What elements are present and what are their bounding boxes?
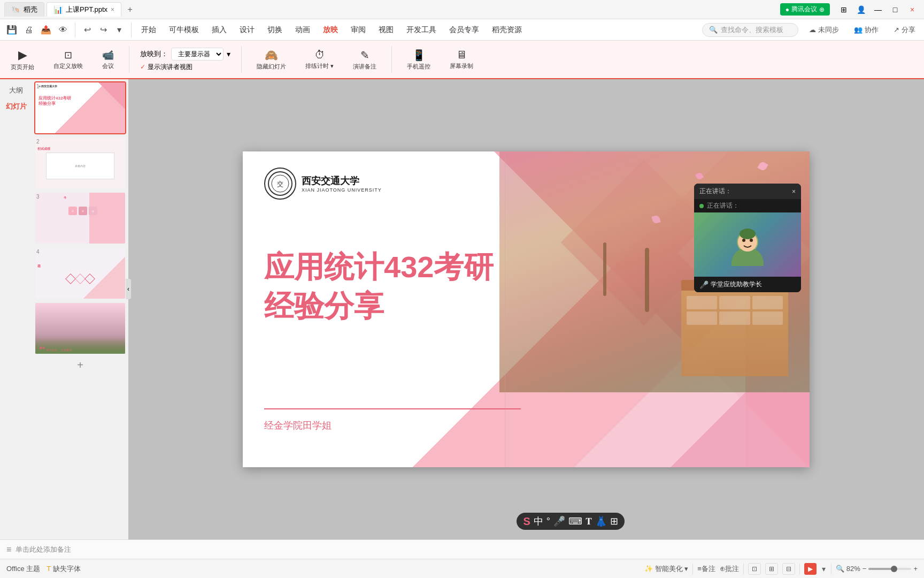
slide-thumb-1[interactable]: 1 ⊙ 西安交通大学 应用统计432考研经验分享 — [34, 81, 126, 134]
ime-dot[interactable]: ° — [546, 516, 550, 527]
daoke-icon: 🐚 — [11, 5, 20, 14]
slide-canvas: 交 西安交通大学 XIAN JIAOTONG UNIVERSITY 应用统计43… — [243, 151, 810, 467]
ribbon-sep-1 — [129, 46, 129, 73]
menu-insert[interactable]: 插入 — [206, 23, 232, 37]
slide-main: 交 西安交通大学 XIAN JIAOTONG UNIVERSITY 应用统计43… — [128, 79, 924, 539]
ime-skin[interactable]: 👗 — [595, 515, 607, 527]
ribbon-hide-slide[interactable]: 🙈 隐藏幻灯片 — [252, 47, 290, 73]
notes-button[interactable]: ≡备注 — [697, 564, 715, 574]
tab-daoke[interactable]: 🐚 稻壳 — [4, 2, 44, 17]
comments-button[interactable]: ⊕批注 — [720, 564, 739, 574]
panel-collapse-button[interactable]: ‹ — [126, 279, 128, 299]
menu-template[interactable]: 可牛模板 — [164, 23, 204, 37]
slide-thumb-5[interactable]: 教材 学习方法 注意事项 — [34, 302, 126, 355]
search-box[interactable]: 🔍 查找命令、搜索模板 — [702, 23, 798, 37]
svg-point-7 — [750, 239, 753, 242]
ai-beautify-button[interactable]: ✨ 智能美化 ▾ — [644, 564, 689, 574]
font-warning: T 缺失字体 — [47, 564, 81, 574]
play-button[interactable]: ▶ — [804, 563, 817, 575]
meeting-header: 正在讲话： × — [694, 184, 801, 199]
redo-button[interactable]: ↪ — [96, 22, 111, 37]
ribbon-sep-3 — [391, 46, 392, 73]
tencent-meeting-badge[interactable]: ● 腾讯会议 ⊕ — [780, 3, 830, 16]
ime-chinese[interactable]: 中 — [534, 515, 543, 528]
menu-resource[interactable]: 稻壳资源 — [487, 23, 527, 37]
share-button[interactable]: ↗ 分享 — [889, 23, 920, 37]
preview-button[interactable]: 👁 — [56, 22, 71, 37]
menu-bar: 💾 🖨 📤 👁 ↩ ↪ ▾ 开始 可牛模板 插入 设计 切换 动画 放映 审阅 … — [0, 19, 924, 41]
ribbon-sep-2 — [241, 46, 242, 73]
slide-thumb-4[interactable]: 4 题 — [34, 247, 126, 300]
university-logo: 交 西安交通大学 XIAN JIAOTONG UNIVERSITY — [264, 168, 382, 200]
title-bar-right: ● 腾讯会议 ⊕ ⊞ 👤 — □ × — [780, 3, 920, 16]
svg-point-6 — [742, 239, 745, 242]
ribbon-notes[interactable]: ✎ 演讲备注 — [349, 47, 381, 73]
tab-ppt-label: 上课PPT.pptx — [66, 5, 107, 14]
ime-mic[interactable]: 🎤 — [553, 515, 565, 527]
menu-vip[interactable]: 会员专享 — [444, 23, 484, 37]
ribbon-custom-show[interactable]: ⊡ 自定义放映 — [49, 47, 87, 72]
close-tab-button[interactable]: × — [111, 6, 114, 13]
comment-bar[interactable]: ≡ 单击此处添加备注 — [0, 539, 924, 559]
slide-panel[interactable]: 1 ⊙ 西安交通大学 应用统计432考研经验分享 2 初试成绩 表格内容 3 考 — [32, 79, 128, 539]
sidebar-tab-outline[interactable]: 大纲 — [5, 83, 27, 97]
menu-animation[interactable]: 动画 — [290, 23, 315, 37]
export-button[interactable]: 📤 — [38, 22, 53, 37]
meeting-overlay: 正在讲话： × 正在讲话： — [694, 184, 801, 292]
print-button[interactable]: 🖨 — [21, 22, 36, 37]
menu-view[interactable]: 视图 — [373, 23, 399, 37]
comment-icon: ≡ — [6, 545, 11, 554]
minimize-button[interactable]: — — [871, 4, 886, 15]
ime-sogou-s[interactable]: S — [523, 515, 530, 528]
status-sep-4 — [831, 564, 831, 574]
slide-divider-line — [264, 408, 521, 409]
collab-button[interactable]: 👥 协作 — [850, 23, 883, 37]
ime-keyboard[interactable]: ⌨ — [568, 515, 582, 527]
svg-point-8 — [740, 229, 756, 239]
layout-button[interactable]: ⊞ — [836, 4, 851, 15]
ribbon-start-show[interactable]: ▶ 页页开始 — [6, 46, 38, 73]
zoom-slider[interactable] — [868, 568, 911, 570]
play-dropdown[interactable]: ▾ — [821, 564, 827, 574]
save-button[interactable]: 💾 — [4, 22, 19, 37]
menu-slideshow[interactable]: 放映 — [318, 23, 343, 37]
tab-daoke-label: 稻壳 — [24, 5, 37, 14]
ribbon-meeting[interactable]: 📹 会议 — [98, 47, 118, 72]
menu-dev[interactable]: 开发工具 — [401, 23, 442, 37]
slide-thumb-2[interactable]: 2 初试成绩 表格内容 — [34, 136, 126, 189]
menu-transition[interactable]: 切换 — [262, 23, 288, 37]
logo-text: 西安交通大学 XIAN JIAOTONG UNIVERSITY — [302, 174, 382, 193]
ime-grid[interactable]: ⊞ — [610, 515, 618, 527]
avatar-button[interactable]: 👤 — [853, 4, 868, 15]
ribbon-screen-record[interactable]: 🖥 屏幕录制 — [445, 47, 478, 72]
sync-button[interactable]: ☁ 未同步 — [805, 23, 843, 37]
undo-button[interactable]: ↩ — [80, 22, 95, 37]
presenter-view-checkbox[interactable]: ✓ 显示演讲者视图 — [140, 63, 230, 72]
meeting-avatar — [694, 212, 801, 277]
menu-start[interactable]: 开始 — [136, 23, 161, 37]
menu-review[interactable]: 审阅 — [345, 23, 371, 37]
ribbon: ▶ 页页开始 ⊡ 自定义放映 📹 会议 放映到： 主要显示器 ▾ ✓ 显示演讲者… — [0, 41, 924, 79]
ribbon-phone-remote[interactable]: 📱 手机遥控 — [403, 47, 435, 73]
ime-text[interactable]: 𝐓 — [586, 516, 592, 527]
view-read[interactable]: ⊟ — [782, 563, 795, 575]
status-sep-3 — [799, 564, 800, 574]
close-button[interactable]: × — [905, 4, 920, 15]
slide-thumb-3[interactable]: 3 考 研 加 油 — [34, 192, 126, 245]
status-bar: Office 主题 T 缺失字体 ✨ 智能美化 ▾ ≡备注 ⊕批注 ⊡ ⊞ ⊟ … — [0, 559, 924, 578]
sidebar-tabs: 大纲 幻灯片 — [0, 79, 32, 539]
menu-design[interactable]: 设计 — [234, 23, 260, 37]
display-select[interactable]: 主要显示器 — [171, 48, 224, 60]
add-slide-button[interactable]: + — [34, 357, 126, 374]
quick-access-toolbar: 💾 🖨 📤 👁 — [4, 22, 75, 37]
undo-redo-group: ↩ ↪ ▾ — [80, 22, 132, 37]
tab-ppt[interactable]: 📊 上课PPT.pptx × — [47, 2, 121, 17]
add-tab-button[interactable]: + — [124, 3, 136, 16]
maximize-button[interactable]: □ — [888, 4, 903, 15]
ribbon-rehearse[interactable]: ⏱ 排练计时 ▾ — [301, 47, 338, 72]
display-expand[interactable]: ▾ — [227, 50, 230, 58]
more-button[interactable]: ▾ — [112, 22, 127, 37]
view-normal[interactable]: ⊡ — [748, 563, 761, 575]
view-grid[interactable]: ⊞ — [765, 563, 778, 575]
sidebar-tab-slides[interactable]: 幻灯片 — [2, 100, 31, 113]
